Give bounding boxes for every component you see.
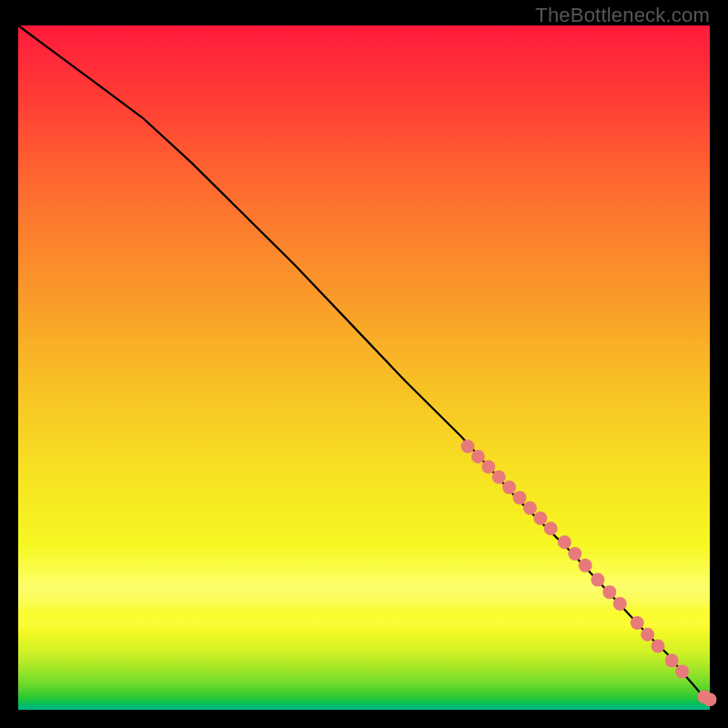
curve-marker: [461, 440, 475, 453]
chart-overlay-svg: [18, 25, 710, 710]
curve-marker: [652, 640, 665, 653]
figure-frame: TheBottleneck.com: [0, 0, 728, 728]
curve-marker: [665, 653, 679, 667]
curve-marker: [502, 480, 516, 494]
curve-markers: [461, 440, 717, 706]
curve-marker: [471, 450, 485, 463]
curve-marker: [613, 597, 627, 611]
curve-marker: [568, 547, 581, 561]
curve-marker: [602, 585, 616, 599]
curve-marker: [492, 470, 506, 484]
curve-marker: [523, 501, 537, 515]
curve-marker: [591, 573, 604, 587]
curve-marker: [544, 521, 558, 535]
curve-marker: [641, 628, 654, 642]
curve-marker: [481, 460, 495, 474]
curve-marker: [558, 535, 571, 549]
curve-marker: [533, 511, 547, 525]
curve-marker: [703, 693, 717, 706]
curve-marker: [675, 664, 689, 678]
watermark-text: TheBottleneck.com: [535, 4, 710, 27]
curve-marker: [631, 616, 644, 630]
curve-marker: [579, 559, 592, 572]
bottleneck-curve: [18, 25, 710, 700]
curve-marker: [513, 490, 527, 504]
